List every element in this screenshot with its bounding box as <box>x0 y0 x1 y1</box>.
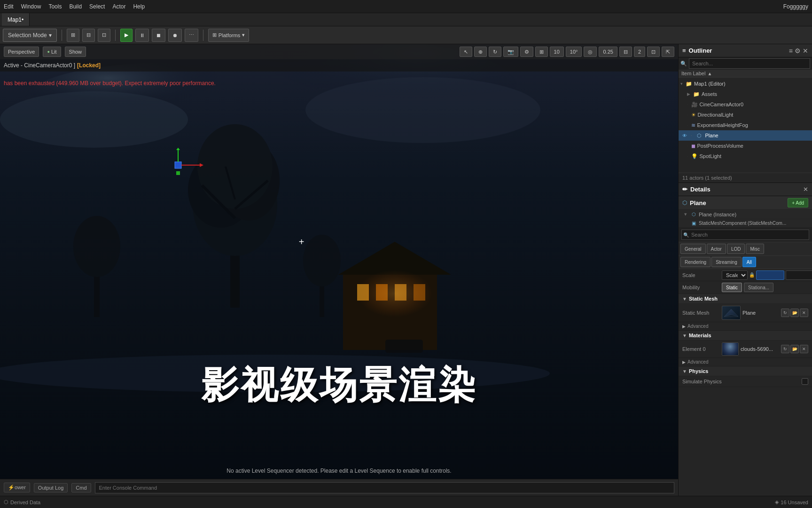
tab-general[interactable]: General <box>680 244 706 254</box>
mesh-goto-btn[interactable]: ↻ <box>781 309 789 317</box>
tree-item-fog[interactable]: · ≋ ExponentialHeightFog <box>679 120 812 130</box>
menu-select[interactable]: Select <box>89 3 105 10</box>
lit-btn[interactable]: ● Lit <box>43 47 61 57</box>
console-input[interactable] <box>95 482 674 493</box>
perspective-btn[interactable]: Perspective <box>4 47 39 57</box>
outliner-search-btn[interactable]: ⚙ <box>795 47 801 55</box>
cam-layers-num[interactable]: 2 <box>634 47 645 57</box>
mesh-clear-btn[interactable]: ✕ <box>800 309 808 317</box>
details-close-btn[interactable]: ✕ <box>803 186 808 193</box>
mobility-label: Mobility <box>682 285 720 290</box>
tree-item-cine[interactable]: · 🎥 CineCameraActor0 <box>679 99 812 110</box>
map-folder-icon: 📁 <box>686 81 692 87</box>
selection-mode-button[interactable]: Selection Mode ▾ <box>3 29 57 42</box>
platforms-button[interactable]: ⊞ Platforms ▾ <box>208 29 249 42</box>
locked-label: [Locked] <box>77 62 101 69</box>
camera-tool[interactable]: 📷 <box>503 47 518 57</box>
snap-btn[interactable]: ⊟ <box>82 29 95 42</box>
tab-all[interactable]: All <box>742 257 756 267</box>
details-search-row <box>679 228 812 242</box>
layers-btn[interactable]: ⊟ <box>619 47 632 57</box>
camera-speed-btn[interactable]: ⊡ <box>98 29 110 42</box>
viewport[interactable]: Perspective ● Lit Show ↖ ⊕ ↻ 📷 ⚙ ⊞ 10 10… <box>0 44 678 496</box>
scene-background <box>0 44 678 496</box>
record-button[interactable]: ⏺ <box>168 29 182 42</box>
scale-val[interactable]: 0.25 <box>599 47 617 57</box>
menu-window[interactable]: Window <box>21 3 41 10</box>
outliner-close-btn[interactable]: ✕ <box>803 47 808 55</box>
angle-num[interactable]: 10° <box>566 47 582 57</box>
add-component-btn[interactable]: + Add <box>788 198 808 207</box>
instance-label: Plane (Instance) <box>699 212 736 217</box>
pause-button[interactable]: ⏸ <box>135 29 149 42</box>
mobility-row: Mobility Static Stationa... <box>679 281 812 294</box>
layout-btn[interactable]: ⊡ <box>647 47 660 57</box>
outliner-search-input[interactable] <box>689 58 810 69</box>
mat-goto-btn[interactable]: ↻ <box>781 345 789 353</box>
svg-marker-27 <box>176 148 180 150</box>
show-btn[interactable]: Show <box>65 47 86 57</box>
scale-y-input[interactable]: 186.2271 <box>786 270 812 280</box>
play-button[interactable]: ▶ <box>120 29 133 42</box>
static-btn[interactable]: Static <box>722 283 742 292</box>
grid-num[interactable]: 10 <box>550 47 564 57</box>
tab-actor[interactable]: Actor <box>707 244 726 254</box>
menu-actor[interactable]: Actor <box>112 3 125 10</box>
details-panel: ✏ Details ✕ ⬡ Plane + Add ▾ ⬡ Plane (Ins… <box>679 183 812 496</box>
tab-lod[interactable]: LOD <box>727 244 745 254</box>
grid-tool[interactable]: ⊞ <box>535 47 548 57</box>
stop-button[interactable]: ⏹ <box>152 29 165 42</box>
transform-gizmo <box>174 148 211 187</box>
settings-tool[interactable]: ⚙ <box>520 47 533 57</box>
outliner-filter-btn[interactable]: ≡ <box>789 47 793 55</box>
tab-misc[interactable]: Misc <box>746 244 764 254</box>
physics-section[interactable]: ▼ Physics <box>679 366 812 376</box>
status-bar: ⬡ Derived Data ◈ 16 Unsaved <box>0 496 812 508</box>
derived-data-label: Derived Data <box>10 500 40 505</box>
tree-item-map1[interactable]: ▾ 📁 Map1 (Editor) <box>679 79 812 89</box>
cmd-tab[interactable]: Cmd <box>71 483 91 492</box>
scale-select[interactable]: Scale <box>722 270 748 280</box>
menu-edit[interactable]: Edit <box>4 3 14 10</box>
more-button[interactable]: ⋯ <box>185 29 198 42</box>
tree-item-dlight[interactable]: · ☀ DirectionalLight <box>679 110 812 120</box>
menu-build[interactable]: Build <box>69 3 82 10</box>
menu-help[interactable]: Help <box>133 3 145 10</box>
instance-row[interactable]: ▾ ⬡ Plane (Instance) <box>679 210 812 219</box>
unsaved-icon: ◈ <box>775 499 779 505</box>
tab-rendering[interactable]: Rendering <box>680 257 710 267</box>
mesh-pick-btn[interactable]: 📂 <box>790 309 799 317</box>
scale-x-input[interactable]: 800 0 <box>756 270 784 280</box>
vp-right-controls: ↖ ⊕ ↻ 📷 ⚙ ⊞ 10 10° ◎ 0.25 ⊟ 2 ⊡ ⇱ <box>456 44 678 59</box>
tab-streaming[interactable]: Streaming <box>711 257 742 267</box>
platforms-icon: ⊞ <box>212 32 217 38</box>
output-log-tab[interactable]: Output Log <box>34 483 68 492</box>
details-tabs: General Actor LOD Misc <box>679 242 812 256</box>
map-tab[interactable]: Map1• <box>2 13 30 26</box>
stationary-btn[interactable]: Stationa... <box>744 283 773 292</box>
tree-item-spot[interactable]: · 💡 SpotLight <box>679 151 812 161</box>
details-search-input[interactable] <box>681 230 809 240</box>
tree-item-ppvol[interactable]: · ◼ PostProcessVolume <box>679 141 812 151</box>
transform-btn[interactable]: ⊞ <box>67 29 79 42</box>
outliner-panel: ≡ Outliner ≡ ⚙ ✕ 🔍 Item Label ▲ <box>679 44 812 183</box>
tree-item-plane[interactable]: 👁 · ⬡ Plane <box>679 130 812 141</box>
materials-section[interactable]: ▼ Materials <box>679 331 812 341</box>
scale-num[interactable]: ◎ <box>584 47 597 57</box>
submesh-row[interactable]: ▣ StaticMeshComponent (StaticMeshCom... <box>679 219 812 228</box>
advanced-row-2[interactable]: ▶ Advanced <box>679 358 812 366</box>
outliner-title: ≡ Outliner <box>682 47 712 54</box>
simulate-physics-checkbox[interactable] <box>802 378 808 385</box>
mat-clear-btn[interactable]: ✕ <box>800 345 808 353</box>
rotate-tool[interactable]: ↻ <box>489 47 501 57</box>
mat-pick-btn[interactable]: 📂 <box>790 345 799 353</box>
add-tool[interactable]: ⊕ <box>474 47 487 57</box>
expand-btn[interactable]: ⇱ <box>662 47 674 57</box>
power-tab[interactable]: ⚡ower <box>4 483 30 492</box>
tree-assets-label: Assets <box>702 91 717 97</box>
static-mesh-section[interactable]: ▼ Static Mesh <box>679 294 812 304</box>
cursor-tool[interactable]: ↖ <box>460 47 472 57</box>
tree-item-assets[interactable]: ▶ 📁 Assets <box>679 89 812 99</box>
menu-tools[interactable]: Tools <box>48 3 62 10</box>
advanced-row-1[interactable]: ▶ Advanced <box>679 322 812 331</box>
